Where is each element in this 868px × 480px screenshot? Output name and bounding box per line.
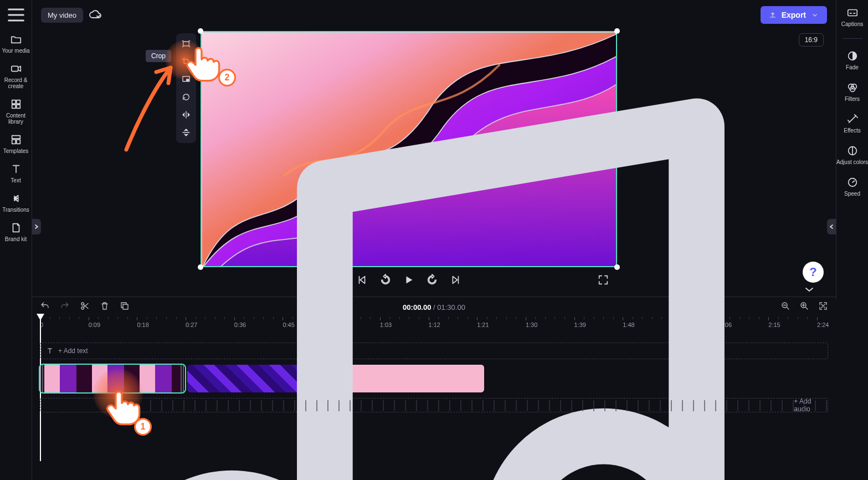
sidebar-item-captions[interactable]: Captions — [836, 7, 869, 27]
clip-trim-left[interactable] — [40, 365, 44, 392]
sidebar-item-label: Transitions — [2, 207, 29, 213]
camera-icon — [10, 63, 22, 75]
sidebar-item-library[interactable]: Content library — [0, 98, 32, 125]
ruler-tick: 2:24 — [817, 317, 829, 328]
sidebar-item-label: Your media — [2, 48, 29, 54]
expand-right-panel[interactable] — [827, 219, 836, 234]
svg-rect-2 — [16, 100, 19, 104]
sidebar-item-label: Fade — [846, 64, 859, 70]
upload-icon — [768, 11, 777, 19]
sidebar-item-record[interactable]: Record & create — [0, 63, 32, 89]
sidebar-item-label: Record & create — [0, 77, 32, 89]
menu-icon[interactable] — [5, 6, 27, 24]
fade-icon — [846, 50, 859, 62]
audio-waveform-placeholder — [140, 400, 828, 411]
collapse-preview-button[interactable] — [804, 286, 815, 293]
sidebar-item-templates[interactable]: Templates — [0, 134, 32, 154]
export-label: Export — [782, 11, 806, 19]
sidebar-item-effects[interactable]: Effects — [836, 113, 869, 134]
sidebar-item-label: Filters — [845, 96, 860, 102]
annotation-step-number: 1 — [134, 418, 152, 436]
sidebar-item-fade[interactable]: Fade — [836, 50, 869, 70]
svg-rect-7 — [16, 140, 19, 144]
transitions-icon — [10, 192, 22, 205]
zoom-fit-button[interactable] — [818, 301, 828, 313]
svg-rect-6 — [12, 140, 15, 144]
right-rail: Captions Fade Filters Effects Adjust col… — [836, 0, 868, 299]
library-icon — [10, 98, 22, 110]
left-rail: Your media Record & create Content libra… — [0, 0, 32, 480]
templates-icon — [10, 134, 22, 146]
sidebar-item-speed[interactable]: Speed — [836, 176, 869, 197]
filters-icon — [846, 81, 859, 94]
divider — [843, 38, 862, 39]
cloud-sync-icon[interactable] — [89, 8, 102, 22]
export-button[interactable]: Export — [761, 6, 827, 24]
project-title[interactable]: My video — [41, 8, 83, 23]
svg-rect-8 — [848, 10, 857, 16]
brandkit-icon — [10, 222, 22, 234]
sidebar-item-label: Captions — [841, 21, 863, 27]
sidebar-item-label: Effects — [844, 127, 860, 134]
annotation-pointer-1: 1 — [103, 388, 170, 455]
help-icon: ? — [809, 265, 816, 279]
zoom-in-button[interactable] — [799, 301, 809, 313]
svg-rect-1 — [12, 100, 15, 104]
text-icon — [10, 163, 22, 175]
sidebar-item-label: Brand kit — [5, 236, 27, 242]
aspect-ratio-button[interactable]: 16:9 — [799, 33, 824, 47]
sidebar-item-label: Adjust colors — [836, 159, 868, 165]
expand-left-panel[interactable] — [32, 219, 41, 234]
folder-icon — [10, 33, 22, 45]
svg-rect-3 — [12, 105, 15, 108]
top-bar: My video Export — [32, 0, 836, 30]
effects-icon — [846, 113, 859, 125]
sidebar-item-label: Speed — [844, 191, 860, 197]
sidebar-item-brandkit[interactable]: Brand kit — [0, 222, 32, 242]
speed-icon — [846, 176, 859, 188]
adjust-icon — [846, 145, 859, 157]
sidebar-item-label: Templates — [3, 148, 29, 154]
sidebar-item-label: Text — [11, 177, 20, 183]
chevron-down-icon — [810, 11, 819, 19]
help-button[interactable]: ? — [803, 262, 824, 283]
svg-rect-0 — [11, 66, 18, 71]
sidebar-item-text[interactable]: Text — [0, 163, 32, 183]
sidebar-item-label: Content library — [0, 113, 32, 125]
svg-rect-4 — [16, 105, 19, 108]
sidebar-item-media[interactable]: Your media — [0, 33, 32, 54]
sidebar-item-adjust[interactable]: Adjust colors — [836, 145, 869, 165]
svg-rect-5 — [12, 136, 20, 139]
sidebar-item-filters[interactable]: Filters — [836, 81, 869, 102]
sidebar-item-transitions[interactable]: Transitions — [0, 192, 32, 213]
captions-icon — [846, 7, 859, 19]
